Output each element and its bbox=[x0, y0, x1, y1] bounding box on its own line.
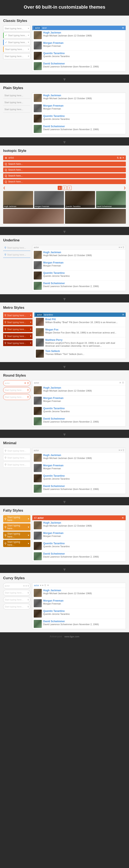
plain-input-1[interactable]: Start typing here... bbox=[3, 93, 31, 99]
fatty-result-2[interactable]: Morgan Freeman Morgan Freeman bbox=[32, 531, 126, 541]
round-result-1[interactable]: Hugh Jackman Hugh Michael Jackman (born … bbox=[32, 385, 126, 396]
minimal-result-1[interactable]: Hugh Jackman Hugh Michael Jackman (born … bbox=[32, 453, 126, 463]
round-search-1[interactable]: ⚲ bbox=[27, 382, 29, 384]
minimal-input-3[interactable]: ⚲ Start typing here... bbox=[3, 462, 31, 468]
plain-result-4[interactable]: David Schwimmer David Lawrence Schwimmer… bbox=[32, 124, 126, 134]
isotopic-search-bar[interactable]: ⊕ artist ⇅ ⊞ ✕ bbox=[3, 155, 126, 160]
round-result-2[interactable]: Morgan Freeman Morgan Freeman bbox=[32, 396, 126, 406]
metro-result-1[interactable]: Brad Pitt William Bradley "Brad" Pitt (b… bbox=[34, 317, 126, 327]
underline-result-4[interactable]: David Schwimmer David Lawrence Schwimmer… bbox=[32, 281, 126, 291]
curvy-search-3[interactable]: ⚲ bbox=[28, 599, 29, 601]
round-close-1[interactable]: ✕ bbox=[24, 382, 26, 384]
fatty-arrow-4: ▾ bbox=[28, 542, 29, 545]
curvy-input-2[interactable]: Start typing here... ⚲ bbox=[3, 590, 31, 596]
curvy-search-btn[interactable]: ⚲ bbox=[44, 584, 46, 587]
round-search-3[interactable]: ⚲ bbox=[27, 396, 29, 399]
metro-result-3[interactable]: Matthew Perry Matthew Langford Perry (bo… bbox=[34, 337, 126, 349]
classic-result-1[interactable]: Hugh Jackman Hugh Michael Jackman (born … bbox=[32, 30, 126, 40]
classic-input-3[interactable]: ✓ Start typing here... ▾ bbox=[3, 39, 31, 45]
fatty-result-1[interactable]: Hugh Jackman Hugh Michael Jackman (born … bbox=[32, 520, 126, 531]
classic-result-4[interactable]: David Schwimmer David Lawrence Schwimmer… bbox=[32, 61, 126, 71]
curvy-input-4[interactable]: Start typing here... ⚲ bbox=[3, 604, 31, 610]
curvy-input-1[interactable]: actor ✕ ▾ ⚲ bbox=[3, 583, 31, 589]
curvy-input-3[interactable]: Start typing here... ⚲ bbox=[3, 597, 31, 602]
classic-result-2[interactable]: Morgan Freeman Morgan Freeman bbox=[32, 40, 126, 51]
fatty-placeholder-4: Start typing here... bbox=[7, 540, 27, 546]
watermark: Aimeryon www.fgpx.com bbox=[0, 634, 129, 639]
fatty-input-2[interactable]: ⚲ Start typing here... ▾ bbox=[3, 523, 31, 531]
isotopic-page-3[interactable]: 3 bbox=[67, 186, 72, 190]
round-input-2[interactable]: Start typing here... ⚲ bbox=[3, 387, 31, 393]
isotopic-page-2[interactable]: 2 bbox=[62, 186, 67, 190]
curvy-search-1[interactable]: ⚲ bbox=[28, 585, 29, 587]
plain-result-3[interactable]: Quentin Tarantino Quentin Jerome Taranti… bbox=[32, 114, 126, 124]
classic-input-2[interactable]: ✓ Start typing here... ▾ bbox=[3, 32, 31, 38]
minimal-input-1[interactable]: ⚲ Start typing here... bbox=[3, 448, 31, 454]
metro-input-3[interactable]: ⚲ Start typing here... ▾ bbox=[3, 326, 33, 332]
page-header: Over 60 built-in customizable themes bbox=[0, 0, 129, 16]
classic-input-4[interactable]: Start typing here... ▾ bbox=[3, 46, 31, 52]
metro-result-4[interactable]: Tom Selleck Thomas William "Tom" Selleck… bbox=[34, 349, 126, 359]
curvy-result-1[interactable]: Hugh Jackman Hugh Michael Jackman (born … bbox=[32, 588, 126, 598]
curvy-sort-btn[interactable]: ▾ bbox=[40, 584, 41, 587]
plain-result-1[interactable]: Hugh Jackman Hugh Michael Jackman (born … bbox=[32, 93, 126, 103]
metro-input-2[interactable]: ⚲ Start typing here... ▾ bbox=[3, 319, 33, 325]
plain-result-2[interactable]: Morgan Freeman Morgan Freeman bbox=[32, 103, 126, 114]
metro-input-1[interactable]: ⚲ Start typing here... ▾ bbox=[3, 312, 33, 318]
round-close-btn[interactable]: ✕ bbox=[119, 381, 121, 384]
isotopic-close-btn[interactable]: ✕ bbox=[122, 156, 124, 159]
check-icon: ✓ bbox=[5, 34, 7, 37]
fatty-result-text-3: Quentin Tarantino Quentin Jerome Taranti… bbox=[43, 542, 124, 548]
curvy-result-2[interactable]: Morgan Freeman Morgan Freeman bbox=[32, 598, 126, 609]
underline-result-3[interactable]: Quentin Tarantino Quentin Jerome Taranti… bbox=[32, 271, 126, 281]
fatty-result-img-4 bbox=[34, 552, 42, 560]
curvy-close-1[interactable]: ✕ bbox=[23, 585, 25, 587]
fatty-close-btn[interactable]: ✕ bbox=[122, 516, 124, 519]
plain-input-2[interactable]: Start typing here... bbox=[3, 100, 31, 105]
classic-result-desc-3: Quentin Jerome Tarantino bbox=[43, 55, 124, 58]
round-input-3[interactable]: Start typing here... ⚲ bbox=[3, 394, 31, 400]
minimal-result-3[interactable]: Quentin Tarantino Quentin Jerome Taranti… bbox=[32, 473, 126, 484]
isotopic-control-sort[interactable]: ⇅ bbox=[117, 156, 119, 159]
fatty-result-4[interactable]: David Schwimmer David Lawrence Schwimmer… bbox=[32, 551, 126, 561]
curvy-search-4[interactable]: ⚲ bbox=[28, 606, 29, 608]
plain-input-3[interactable]: Start typing here... bbox=[3, 106, 31, 113]
curvy-grid-btn[interactable]: ▾ bbox=[42, 584, 43, 587]
curvy-search-2[interactable]: ⚲ bbox=[28, 592, 29, 594]
fatty-input-4[interactable]: ⚲ Start typing here... ▾ bbox=[3, 540, 31, 547]
minimal-result-2[interactable]: Morgan Freeman Morgan Freeman bbox=[32, 463, 126, 473]
underline-input-1[interactable]: ⚲ Start typing here... bbox=[3, 245, 31, 251]
classic-result-3[interactable]: Quentin Tarantino Quentin Jerome Taranti… bbox=[32, 51, 126, 61]
isotopic-input-3[interactable]: Q Search here... bbox=[3, 173, 126, 178]
isotopic-input-4[interactable]: Q Search here... bbox=[3, 179, 126, 184]
minimal-result-text-3: Quentin Tarantino Quentin Jerome Taranti… bbox=[43, 474, 124, 480]
isotopic-control-grid[interactable]: ⊞ bbox=[120, 156, 122, 159]
metro-close-btn[interactable]: ✕ bbox=[122, 313, 124, 316]
isotopic-input-2[interactable]: Q Search here... bbox=[3, 167, 126, 172]
classic-input-1[interactable]: Start typing here... ▾ bbox=[3, 26, 31, 31]
underline-result-2[interactable]: Morgan Freeman Morgan Freeman bbox=[32, 260, 126, 271]
fatty-result-3[interactable]: Quentin Tarantino Quentin Jerome Taranti… bbox=[32, 541, 126, 551]
round-result-3[interactable]: Quentin Tarantino Quentin Jerome Taranti… bbox=[32, 406, 126, 416]
isotopic-prev-btn[interactable]: ❮ bbox=[3, 186, 5, 189]
fatty-input-1[interactable]: ⚲ Start typing here... ▾ bbox=[3, 515, 31, 522]
minimal-result-4[interactable]: David Schwimmer David Lawrence Schwimmer… bbox=[32, 484, 126, 494]
metro-result-2[interactable]: Megan Fox Megan Denise Fox (born May 16,… bbox=[34, 327, 126, 337]
fatty-input-3[interactable]: ⚲ Start typing here... ▾ bbox=[3, 532, 31, 539]
metro-input-4[interactable]: ⚲ Start typing here... ▾ bbox=[3, 333, 33, 339]
underline-result-1[interactable]: Hugh Jackman Hugh Michael Jackman (born … bbox=[32, 250, 126, 260]
isotopic-next-btn[interactable]: ❯ bbox=[124, 186, 126, 189]
round-result-4[interactable]: David Schwimmer David Lawrence Schwimmer… bbox=[32, 416, 126, 426]
minimal-input-2[interactable]: ⚲ Start typing here... bbox=[3, 455, 31, 461]
curvy-result-3[interactable]: Quentin Tarantino Quentin Jerome Taranti… bbox=[32, 609, 126, 619]
curvy-close-btn[interactable]: ✕ bbox=[47, 584, 49, 587]
round-search-2[interactable]: ⚲ bbox=[27, 389, 29, 392]
classic-input-5[interactable]: Start typing here... ▾ bbox=[3, 53, 31, 59]
isotopic-page-1[interactable]: 1 bbox=[58, 186, 62, 190]
round-input-1[interactable]: actor ✕ ⚲ bbox=[3, 380, 31, 386]
underline-input-2[interactable]: ⚲ Start typing here... bbox=[3, 252, 31, 258]
metro-input-5[interactable]: ⚲ Start typing here... ▾ bbox=[3, 340, 33, 346]
classic-close-btn[interactable]: ✕ bbox=[122, 26, 124, 30]
isotopic-input-1[interactable]: Q Search here... bbox=[3, 161, 126, 166]
curvy-result-4[interactable]: David Schwimmer David Lawrence Schwimmer… bbox=[32, 619, 126, 629]
